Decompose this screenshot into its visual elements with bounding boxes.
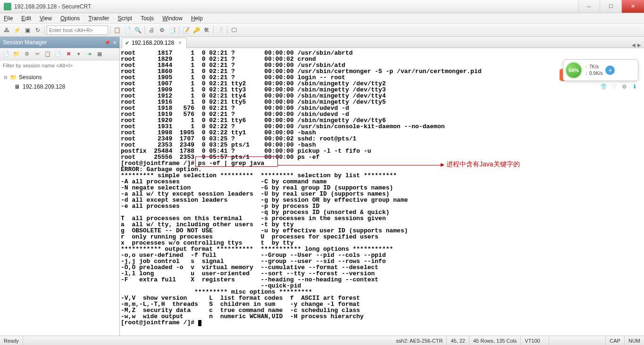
delete-icon[interactable]: ✖ (64, 50, 73, 58)
connected-icon: ✔ (125, 40, 129, 46)
statusbar: Ready ssh2: AES-256-CTR 45, 22 45 Rows, … (0, 336, 644, 345)
menu-script[interactable]: Script (118, 15, 133, 22)
session-manager-title: Session Manager (3, 39, 47, 46)
tree-root-label: Sessions (19, 74, 42, 81)
session-manager-header: Session Manager 📌 ✕ (0, 37, 119, 48)
menu-view[interactable]: View (40, 15, 52, 22)
tray-icon-1[interactable]: 👕 (600, 83, 607, 90)
copy-icon[interactable]: 📋 (112, 25, 122, 35)
tabbar: ✔ 192.168.209.128 × ◀ ▶ (120, 37, 644, 48)
view-icon[interactable]: ▦ (95, 50, 104, 58)
panel-close-icon[interactable]: ✕ (113, 40, 117, 45)
session-tree: ⊟ 📁 Sessions 🖥 192.168.209.128 (0, 71, 119, 93)
session-tab[interactable]: ✔ 192.168.209.128 × (122, 38, 187, 48)
new-session-icon[interactable]: 📄 (2, 50, 10, 58)
upload-speed: 7K/s (585, 64, 602, 70)
terminal[interactable]: root 1817 1 0 02:21 ? 00:00:00 /usr/sbin… (120, 48, 644, 336)
close-button[interactable]: ✕ (621, 0, 644, 13)
options-icon[interactable]: ⚙ (157, 25, 167, 35)
connect-icon[interactable]: 🖧 (2, 25, 11, 35)
widget-percent: 54% (565, 62, 582, 79)
content-area: ✔ 192.168.209.128 × ◀ ▶ root 1817 1 0 02… (120, 37, 644, 336)
tools-icon[interactable]: 🛠 (202, 25, 211, 35)
download-speed: 0.9K/s (585, 70, 602, 77)
widget-add-icon[interactable]: + (605, 66, 615, 75)
dropdown-icon[interactable]: ▾ (75, 50, 83, 58)
annotation-text: 进程中含有Java关键字的 (446, 160, 520, 169)
app-icon (4, 3, 11, 10)
session-filter-input[interactable] (3, 63, 117, 68)
tree-session-label: 192.168.209.128 (23, 83, 65, 90)
annotation-arrowhead (441, 163, 444, 167)
cut-icon[interactable]: ✂ (33, 50, 42, 58)
host-input[interactable] (47, 25, 108, 35)
tab-next-icon[interactable]: ▶ (637, 42, 641, 48)
session-manager-panel: Session Manager 📌 ✕ 📄 📁 ⚙ ✂ 📋 📄 ✖ ▾ ➜ ▦ … (0, 37, 120, 336)
screen-icon[interactable]: 🖵 (229, 25, 239, 35)
session-icon: 🖥 (13, 83, 21, 90)
status-protocol: ssh2: AES-256-CTR (392, 336, 447, 345)
tree-session-item[interactable]: 🖥 192.168.209.128 (0, 82, 119, 91)
new-folder-icon[interactable]: 📁 (12, 50, 21, 58)
find-icon[interactable]: 🔍 (133, 25, 142, 35)
tray-icon-2[interactable]: ♡ (610, 83, 618, 90)
maximize-button[interactable]: ☐ (600, 0, 621, 13)
print-icon[interactable]: 🖨 (147, 25, 156, 35)
menu-options[interactable]: Options (60, 15, 80, 22)
paste-session-icon[interactable]: 📄 (54, 50, 62, 58)
tab-close-icon[interactable]: × (178, 40, 182, 46)
widget-speeds: 7K/s 0.9K/s (585, 64, 602, 77)
status-cursor-pos: 45, 22 (447, 336, 469, 345)
minimize-button[interactable]: ─ (578, 0, 600, 13)
help-icon[interactable]: ❔ (216, 25, 225, 35)
pin-icon[interactable]: 📌 (104, 40, 110, 45)
tree-root[interactable]: ⊟ 📁 Sessions (0, 73, 119, 82)
menu-help[interactable]: Help (191, 15, 203, 22)
status-num: NUM (625, 336, 644, 345)
status-term-type: VT100 (521, 336, 549, 345)
log-icon[interactable]: 📝 (181, 25, 191, 35)
status-cap: CAP (606, 336, 625, 345)
tray-icon-3[interactable]: ⚙ (620, 83, 628, 90)
status-ready: Ready (0, 336, 23, 345)
session-opts-icon[interactable]: 📑 (167, 25, 177, 35)
folder-icon: 📁 (9, 74, 17, 81)
session-filter (0, 60, 119, 71)
menubar: File Edit View Options Transfer Script T… (0, 13, 644, 24)
menu-file[interactable]: File (4, 15, 13, 22)
paste-icon[interactable]: 📄 (123, 25, 132, 35)
menu-window[interactable]: Window (162, 15, 183, 22)
copy-session-icon[interactable]: 📋 (43, 50, 52, 58)
properties-icon[interactable]: ⚙ (23, 50, 31, 58)
menu-edit[interactable]: Edit (21, 15, 31, 22)
tab-prev-icon[interactable]: ◀ (632, 42, 636, 48)
session-manager-toolbar: 📄 📁 ⚙ ✂ 📋 📄 ✖ ▾ ➜ ▦ (0, 48, 119, 60)
key-icon[interactable]: 🔑 (192, 25, 201, 35)
annotation-arrow (278, 165, 443, 165)
go-icon[interactable]: ➜ (85, 50, 93, 58)
status-terminal-size: 45 Rows, 135 Cols (469, 336, 521, 345)
collapse-icon[interactable]: ⊟ (4, 75, 9, 80)
tab-nav: ◀ ▶ (632, 42, 644, 48)
main-toolbar: 🖧 ⚡ ▣ ↻ 📋 📄 🔍 🖨 ⚙ 📑 📝 🔑 🛠 ❔ 🖵 (0, 24, 644, 37)
network-widget[interactable]: 54% 7K/s 0.9K/s + (563, 59, 638, 81)
window-titlebar: 192.168.209.128 - SecureCRT ─ ☐ ✕ (0, 0, 644, 13)
menu-transfer[interactable]: Transfer (88, 15, 109, 22)
reconnect-icon[interactable]: ↻ (33, 25, 42, 35)
connect-tab-icon[interactable]: ▣ (23, 25, 32, 35)
quick-connect-icon[interactable]: ⚡ (12, 25, 22, 35)
menu-tools[interactable]: Tools (141, 15, 154, 22)
window-controls: ─ ☐ ✕ (578, 0, 644, 13)
widget-tray: 👕 ♡ ⚙ ⬇ (600, 83, 638, 90)
tray-icon-4[interactable]: ⬇ (631, 83, 638, 90)
window-title: 192.168.209.128 - SecureCRT (14, 3, 578, 10)
status-blank (549, 336, 606, 345)
tab-label: 192.168.209.128 (132, 40, 174, 46)
